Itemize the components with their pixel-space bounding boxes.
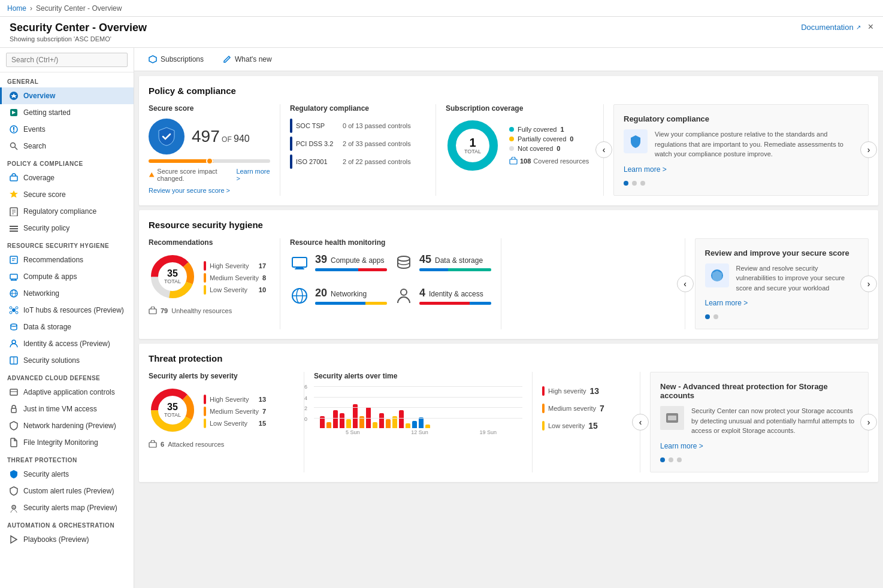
- coverage-heading: Subscription coverage: [446, 104, 594, 113]
- sidebar-item-file-integrity[interactable]: File Integrity Monitoring: [0, 434, 134, 451]
- app-container: Home › Security Center - Overview Securi…: [0, 0, 883, 588]
- chart-grid: 6 4 2 0: [314, 386, 522, 428]
- compliance-iso: ISO 27001 2 of 22 passed controls: [290, 154, 426, 169]
- chart-x-labels: 5 Sun 12 Sun 19 Sun: [314, 429, 522, 435]
- file-integrity-label: File Integrity Monitoring: [23, 438, 98, 447]
- hygiene-carousel-right[interactable]: ›: [860, 275, 877, 292]
- close-button[interactable]: ×: [868, 22, 873, 32]
- secure-score-heading: Secure score: [149, 104, 270, 113]
- sidebar-item-iot[interactable]: IoT hubs & resources (Preview): [0, 302, 134, 319]
- breadcrumb-separator: ›: [30, 4, 32, 13]
- hygiene-info-text: Review and resolve security vulnerabilit…: [736, 263, 859, 293]
- policy-info-panel-col: ‹ Regulatory compliance View your compli…: [604, 104, 869, 196]
- networking-item[interactable]: 20 Networking: [290, 286, 387, 305]
- jit-icon: [9, 404, 19, 414]
- policy-carousel-right[interactable]: ›: [860, 141, 877, 158]
- coverage-donut: 1 TOTAL: [446, 119, 500, 172]
- summary-low: Low severity 15: [542, 421, 598, 431]
- sidebar-item-security-policy[interactable]: Security policy: [0, 220, 134, 237]
- policy-section-title: Policy & compliance: [149, 86, 869, 96]
- sidebar-item-compute[interactable]: Compute & apps: [0, 268, 134, 285]
- overview-icon: [9, 91, 19, 101]
- iot-label: IoT hubs & resources (Preview): [23, 306, 124, 314]
- sidebar-item-regulatory[interactable]: Regulatory compliance: [0, 203, 134, 220]
- policy-carousel-left[interactable]: ‹: [595, 141, 612, 158]
- review-score-link[interactable]: Review your secure score >: [149, 187, 270, 194]
- hygiene-learn-more-link[interactable]: Learn more >: [705, 299, 859, 307]
- score-bar-marker: [206, 157, 213, 165]
- sidebar-item-security-solutions[interactable]: Security solutions: [0, 352, 134, 369]
- sidebar-item-data[interactable]: Data & storage: [0, 319, 134, 335]
- partially-covered-dot: [509, 137, 514, 141]
- policy-learn-more-link[interactable]: Learn more >: [624, 165, 858, 174]
- identity-icon: [9, 339, 19, 348]
- data-storage-info: 45 Data & storage: [419, 253, 491, 271]
- breadcrumb-current: Security Center - Overview: [36, 4, 122, 13]
- hygiene-info-icon: [705, 263, 729, 287]
- section-automation-label: AUTOMATION & ORCHESTRATION: [0, 516, 134, 531]
- data-storage-item[interactable]: 45 Data & storage: [394, 253, 491, 272]
- security-policy-label: Security policy: [23, 224, 69, 232]
- fully-covered-row: Fully covered 1: [509, 126, 589, 133]
- sidebar-item-custom-alert[interactable]: Custom alert rules (Preview): [0, 483, 134, 499]
- hygiene-grid: Recommendations 35: [149, 238, 869, 330]
- sidebar-item-networking[interactable]: Networking: [0, 285, 134, 302]
- hygiene-carousel-left[interactable]: ‹: [677, 275, 694, 292]
- threat-info-panel: New - Advanced threat protection for Sto…: [650, 372, 869, 472]
- subscriptions-button[interactable]: Subscriptions: [144, 53, 208, 66]
- search-input[interactable]: [6, 53, 128, 67]
- coverage-label: Coverage: [23, 174, 55, 182]
- policy-info-icon: [624, 129, 648, 153]
- threat-dot-2: [669, 457, 673, 462]
- security-policy-icon: [9, 223, 19, 233]
- chart-container: 6 4 2 0: [314, 386, 522, 440]
- threat-learn-more-link[interactable]: Learn more >: [660, 442, 858, 450]
- sidebar-item-security-alerts[interactable]: Security alerts: [0, 466, 134, 483]
- sidebar-item-alerts-map[interactable]: Security alerts map (Preview): [0, 499, 134, 516]
- score-value: 497: [192, 127, 220, 146]
- breadcrumb-home[interactable]: Home: [7, 4, 26, 13]
- getting-started-label: Getting started: [23, 108, 71, 117]
- whats-new-button[interactable]: What's new: [218, 53, 277, 66]
- threat-carousel-right[interactable]: ›: [860, 414, 877, 431]
- security-solutions-label: Security solutions: [23, 356, 80, 365]
- sidebar-item-jit[interactable]: Just in time VM access: [0, 401, 134, 417]
- identity-access-item[interactable]: 4 Identity & access: [394, 286, 491, 305]
- sidebar-item-recommendations[interactable]: Recommendations: [0, 251, 134, 268]
- net-count-row: 20 Networking: [315, 287, 387, 299]
- sidebar-item-playbooks[interactable]: Playbooks (Preview): [0, 531, 134, 548]
- warning-icon: [149, 171, 155, 178]
- sidebar-item-identity[interactable]: Identity & access (Preview): [0, 335, 134, 352]
- compute-apps-item[interactable]: 39 Compute & apps: [290, 253, 387, 272]
- header-right: Documentation ↗ ×: [801, 22, 873, 32]
- pci-name: PCI DSS 3.2: [296, 140, 339, 147]
- alerts-chart-col: Security alerts over time 6 4: [304, 372, 533, 472]
- adaptive-label: Adaptive application controls: [23, 388, 115, 396]
- sidebar-item-overview[interactable]: Overview: [0, 87, 134, 104]
- sidebar-item-secure-score[interactable]: Secure score: [0, 186, 134, 203]
- sidebar-item-adaptive[interactable]: Adaptive application controls: [0, 384, 134, 401]
- summary-med: Medium severity 7: [542, 404, 604, 413]
- score-value-container: 497 OF 940: [192, 127, 250, 146]
- networking-icon: [9, 289, 19, 298]
- getting-started-icon: ▶: [9, 108, 19, 117]
- security-alerts-label: Security alerts: [23, 470, 69, 478]
- sidebar-item-network-hardening[interactable]: Network hardening (Preview): [0, 417, 134, 434]
- data-count-row: 45 Data & storage: [419, 253, 491, 266]
- identity-label: Identity & access (Preview): [23, 340, 110, 348]
- rec-donut-container: 35 TOTAL High Severity 17: [149, 253, 270, 301]
- threat-carousel-left[interactable]: ‹: [632, 414, 649, 431]
- threat-section: Threat protection Security alerts by sev…: [139, 344, 878, 482]
- score-learn-more-link[interactable]: Learn more >: [236, 168, 270, 182]
- sidebar-item-search[interactable]: Search: [0, 138, 134, 154]
- svg-point-29: [10, 311, 12, 314]
- breadcrumb: Home › Security Center - Overview: [7, 4, 122, 13]
- sidebar-item-getting-started[interactable]: ▶ Getting started: [0, 104, 134, 121]
- page-subtitle: Showing subscription 'ASC DEMO': [10, 35, 147, 43]
- summary-high-row: High severity 13: [542, 386, 630, 401]
- section-general-label: GENERAL: [0, 72, 134, 87]
- documentation-link[interactable]: Documentation ↗: [801, 23, 860, 32]
- svg-point-32: [12, 340, 16, 344]
- sidebar-item-coverage[interactable]: Coverage: [0, 169, 134, 186]
- sidebar-item-events[interactable]: Events: [0, 121, 134, 138]
